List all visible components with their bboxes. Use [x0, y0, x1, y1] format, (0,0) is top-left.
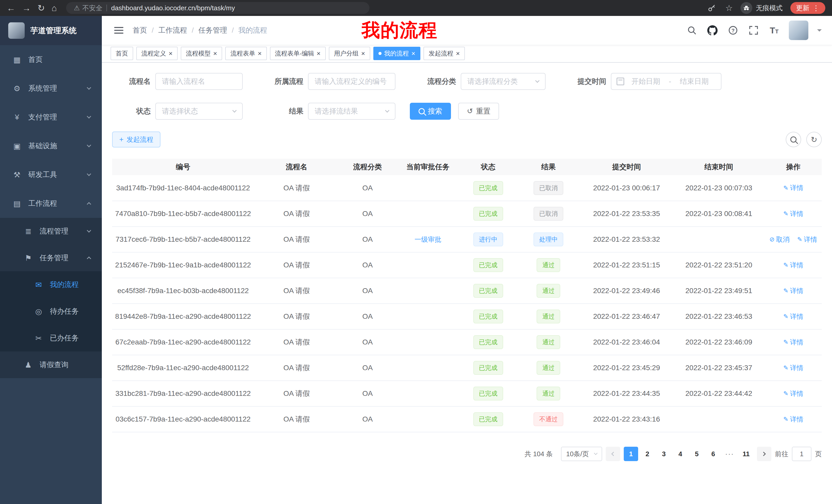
tab[interactable]: 发起流程 × — [423, 47, 465, 60]
tab-label: 用户分组 — [334, 49, 359, 58]
detail-link[interactable]: ✎详情 — [783, 338, 803, 347]
kebab-menu-icon[interactable]: ⋮ — [812, 4, 820, 12]
sidebar-item-task-management[interactable]: ⚑ 任务管理 — [0, 245, 102, 271]
sidebar-item-system[interactable]: ⚙ 系统管理 — [0, 74, 102, 103]
detail-link[interactable]: ✎详情 — [783, 389, 803, 398]
sidebar-item-done-tasks[interactable]: ✂ 已办任务 — [0, 325, 102, 352]
back-icon[interactable]: ← — [7, 4, 16, 12]
reset-button-label: 重置 — [476, 106, 490, 116]
close-icon[interactable]: × — [456, 50, 460, 57]
tab[interactable]: 用户分组 × — [329, 47, 370, 60]
sidebar-item-infrastructure[interactable]: ▣ 基础设施 — [0, 132, 102, 160]
tab[interactable]: 流程表单-编辑 × — [270, 47, 326, 60]
status-select[interactable]: 请选择状态 — [155, 103, 243, 120]
detail-link[interactable]: ✎详情 — [783, 184, 803, 192]
breadcrumb-workflow[interactable]: 工作流程 — [158, 25, 187, 35]
date-range-picker[interactable]: 开始日期 - 结束日期 — [611, 73, 722, 90]
reset-button[interactable]: ↺ 重置 — [458, 103, 499, 120]
table-row[interactable]: 67c2eaab-7b9a-11ec-a290-acde48001122 OA … — [112, 329, 822, 355]
table-row[interactable]: 7317cec6-7b9b-11ec-b5b7-acde48001122 OA … — [112, 227, 822, 252]
page-button[interactable]: ··· — [723, 447, 737, 461]
tab[interactable]: 流程模型 × — [181, 47, 222, 60]
table-row[interactable]: 2152467e-7b9b-11ec-9a1b-acde48001122 OA … — [112, 252, 822, 278]
cell-end-time: 2022-01-23 00:07:03 — [673, 175, 765, 201]
home-icon[interactable]: ⌂ — [52, 4, 57, 12]
table-row[interactable]: 331bc281-7b9a-11ec-a290-acde48001122 OA … — [112, 381, 822, 407]
detail-link[interactable]: ✎详情 — [783, 261, 803, 270]
detail-link[interactable]: ✎详情 — [797, 235, 817, 244]
sidebar-toggle-button[interactable] — [112, 24, 126, 37]
result-select[interactable]: 请选择流结果 — [308, 103, 395, 120]
sidebar-item-todo-tasks[interactable]: ◎ 待办任务 — [0, 298, 102, 325]
table-row[interactable]: ec45f38f-7b9a-11ec-b03b-acde48001122 OA … — [112, 278, 822, 304]
detail-link[interactable]: ✎详情 — [783, 286, 803, 296]
process-name-input[interactable] — [155, 73, 243, 90]
detail-link[interactable]: ✎详情 — [783, 415, 803, 424]
sidebar-item-my-process[interactable]: ✉ 我的流程 — [0, 271, 102, 298]
page-button[interactable]: 11 — [739, 447, 753, 461]
cancel-link[interactable]: ⊘取消 — [770, 235, 789, 244]
header-search-icon[interactable] — [686, 24, 698, 36]
help-icon[interactable]: ? — [727, 24, 739, 36]
forward-icon[interactable]: → — [22, 4, 31, 12]
tab[interactable]: 流程定义 × — [136, 47, 178, 60]
user-avatar[interactable] — [789, 21, 808, 40]
close-icon[interactable]: × — [361, 50, 365, 57]
show-search-button[interactable] — [786, 132, 801, 147]
status-badge: 进行中 — [473, 232, 503, 246]
font-size-icon[interactable]: TT — [768, 24, 780, 36]
next-page-button[interactable] — [757, 447, 771, 461]
sidebar-item-home[interactable]: ▦ 首页 — [0, 45, 102, 74]
result-badge: 已取消 — [534, 207, 563, 221]
detail-link[interactable]: ✎详情 — [783, 209, 803, 218]
bookmark-star-icon[interactable]: ☆ — [725, 3, 733, 13]
table-row[interactable]: 7470a810-7b9b-11ec-b5b7-acde48001122 OA … — [112, 201, 822, 227]
table-row[interactable]: 52ffd28e-7b9a-11ec-a290-acde48001122 OA … — [112, 355, 822, 381]
sidebar-item-process-management[interactable]: ≣ 流程管理 — [0, 218, 102, 245]
refresh-button[interactable]: ↻ — [806, 132, 822, 147]
chevron-down-icon — [594, 451, 598, 455]
page-button[interactable]: 1 — [624, 447, 638, 461]
update-button[interactable]: 更新 ⋮ — [790, 2, 825, 14]
page-button[interactable]: 5 — [690, 447, 704, 461]
search-button[interactable]: 搜索 — [410, 103, 451, 120]
breadcrumb-home[interactable]: 首页 — [133, 25, 147, 35]
close-icon[interactable]: × — [169, 50, 173, 57]
tab[interactable]: 流程表单 × — [225, 47, 267, 60]
page-button[interactable]: 4 — [673, 447, 687, 461]
close-icon[interactable]: × — [213, 50, 217, 57]
address-bar[interactable]: ⚠ 不安全 dashboard.yudao.iocoder.cn/bpm/tas… — [66, 2, 369, 14]
detail-link[interactable]: ✎详情 — [783, 363, 803, 372]
page-button[interactable]: 3 — [657, 447, 671, 461]
sidebar-item-workflow[interactable]: ▤ 工作流程 — [0, 189, 102, 218]
create-process-button[interactable]: + 发起流程 — [112, 132, 160, 147]
tab[interactable]: 首页 — [110, 47, 133, 60]
avatar-caret-down-icon[interactable] — [817, 29, 822, 34]
breadcrumb-task-management[interactable]: 任务管理 — [199, 25, 227, 35]
page-button[interactable]: 6 — [706, 447, 721, 461]
table-row[interactable]: 03c6c157-7b9a-11ec-a290-acde48001122 OA … — [112, 407, 822, 432]
tab[interactable]: 我的流程 × — [373, 47, 420, 60]
sidebar-item-payment[interactable]: ¥ 支付管理 — [0, 103, 102, 132]
table-row[interactable]: 819442e8-7b9a-11ec-a290-acde48001122 OA … — [112, 304, 822, 329]
close-icon[interactable]: × — [411, 50, 415, 57]
reload-icon[interactable]: ↻ — [37, 4, 45, 12]
cell-current-task — [396, 329, 460, 355]
fullscreen-icon[interactable] — [748, 24, 759, 36]
sidebar-item-devtools[interactable]: ⚒ 研发工具 — [0, 160, 102, 189]
prev-page-button[interactable] — [606, 447, 620, 461]
process-definition-input[interactable] — [308, 73, 395, 90]
close-icon[interactable]: × — [317, 50, 321, 57]
task-link[interactable]: 一级审批 — [414, 235, 441, 244]
key-icon[interactable] — [706, 2, 718, 14]
page-button[interactable]: 2 — [640, 447, 655, 461]
github-icon[interactable] — [706, 24, 718, 36]
table-row[interactable]: 3ad174fb-7b9d-11ec-8404-acde48001122 OA … — [112, 175, 822, 201]
page-size-select[interactable]: 10条/页 — [561, 447, 602, 461]
sidebar-item-leave-query[interactable]: ♟ 请假查询 — [0, 352, 102, 378]
category-select[interactable]: 请选择流程分类 — [461, 73, 546, 90]
close-icon[interactable]: × — [258, 50, 261, 57]
detail-link[interactable]: ✎详情 — [783, 312, 803, 321]
cell-process-id: 52ffd28e-7b9a-11ec-a290-acde48001122 — [112, 355, 254, 381]
goto-page-input[interactable] — [792, 447, 811, 461]
